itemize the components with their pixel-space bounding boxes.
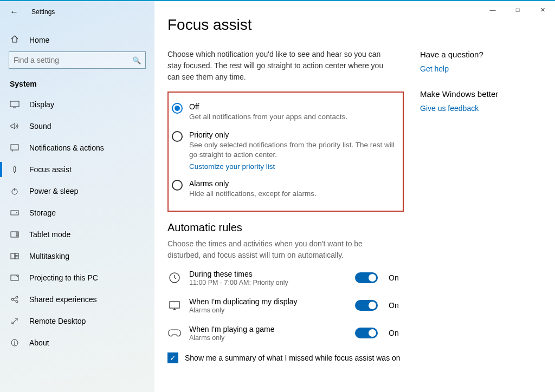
radio-priority-sub: See only selected notifications from the… [189, 140, 396, 160]
category-header: System [0, 75, 154, 94]
svg-point-6 [16, 212, 17, 213]
rule-times-state: On [389, 273, 404, 282]
notifications-icon [10, 143, 20, 152]
rule-duplicating[interactable]: When I'm duplicating my display Alarms o… [167, 292, 404, 319]
sidebar-item-label: Power & sleep [29, 187, 78, 195]
sidebar-item-storage[interactable]: Storage [0, 202, 154, 224]
rules-intro: Choose the times and activities when you… [167, 238, 384, 261]
minimize-button[interactable]: ― [480, 2, 505, 18]
summary-checkbox-row[interactable]: ✓ Show me a summary of what I missed whi… [167, 352, 404, 363]
sidebar-item-focus-assist[interactable]: Focus assist [0, 159, 154, 180]
sidebar-item-label: Projecting to this PC [29, 273, 98, 282]
remote-desktop-icon [10, 317, 20, 325]
radio-alarms-sub: Hide all notifications, except for alarm… [189, 189, 317, 199]
rule-sub: Alarms only [189, 306, 347, 314]
display-icon [10, 100, 20, 109]
about-icon [10, 338, 20, 347]
svg-rect-8 [16, 233, 18, 236]
multitasking-icon [10, 252, 20, 260]
rule-title: During these times [189, 270, 347, 278]
main: ― □ ✕ Focus assist Choose which notifica… [154, 1, 555, 392]
projecting-icon [10, 273, 20, 282]
home-label: Home [29, 36, 49, 44]
sidebar-item-label: Tablet mode [29, 230, 70, 239]
radio-button-icon [172, 103, 183, 114]
rule-title: When I'm playing a game [189, 325, 347, 334]
feedback-link[interactable]: Give us feedback [420, 104, 523, 113]
sidebar-item-shared-experiences[interactable]: Shared experiences [0, 289, 154, 310]
radio-alarms-title: Alarms only [189, 179, 317, 188]
rule-game[interactable]: When I'm playing a game Alarms only On [167, 319, 404, 347]
rule-sub: Alarms only [189, 334, 347, 342]
power-icon [10, 187, 20, 195]
sidebar-item-label: Notifications & actions [29, 143, 104, 152]
svg-line-16 [14, 298, 16, 299]
page-title: Focus assist [167, 16, 404, 34]
svg-rect-0 [10, 101, 19, 107]
rule-game-state: On [389, 329, 404, 337]
sidebar-item-about[interactable]: About [0, 332, 154, 354]
radio-button-icon [172, 180, 183, 191]
storage-icon [10, 208, 20, 217]
radio-off-title: Off [189, 102, 347, 111]
rule-game-toggle[interactable] [355, 328, 378, 338]
maximize-button[interactable]: □ [505, 2, 530, 18]
sidebar-item-remote-desktop[interactable]: Remote Desktop [0, 310, 154, 332]
radio-off[interactable]: Off Get all notifications from your apps… [172, 99, 396, 127]
rule-times-toggle[interactable] [355, 272, 378, 283]
customize-priority-link[interactable]: Customize your priority list [189, 162, 275, 171]
rule-duplicating-toggle[interactable] [355, 300, 378, 311]
sidebar-item-notifications[interactable]: Notifications & actions [0, 137, 154, 159]
app-title: Settings [31, 8, 55, 16]
radio-button-icon [172, 131, 183, 142]
window-controls: ― □ ✕ [480, 1, 555, 18]
sidebar-home[interactable]: Home [0, 28, 154, 51]
rule-title: When I'm duplicating my display [189, 297, 347, 306]
svg-rect-9 [11, 253, 15, 259]
summary-checkbox-label: Show me a summary of what I missed while… [185, 354, 401, 362]
search-input[interactable] [14, 56, 132, 64]
svg-point-13 [11, 298, 14, 300]
sidebar-item-sound[interactable]: Sound [0, 115, 154, 137]
radio-off-sub: Get all notifications from your apps and… [189, 112, 347, 122]
radio-alarms[interactable]: Alarms only Hide all notifications, exce… [172, 176, 396, 204]
close-button[interactable]: ✕ [530, 2, 555, 18]
tablet-icon [10, 230, 20, 239]
page-intro: Choose which notification you'd like to … [167, 49, 384, 83]
svg-point-21 [14, 341, 15, 342]
svg-line-18 [12, 318, 17, 324]
game-icon [167, 326, 182, 340]
sidebar-item-label: Sound [29, 122, 51, 130]
sound-icon [10, 122, 20, 130]
sidebar-item-display[interactable]: Display [0, 94, 154, 115]
rule-times[interactable]: During these times 11:00 PM - 7:00 AM; P… [167, 264, 404, 292]
svg-rect-11 [15, 256, 18, 259]
svg-line-17 [14, 300, 16, 301]
sidebar-item-label: Shared experiences [29, 295, 97, 304]
sidebar-item-projecting[interactable]: Projecting to this PC [0, 267, 154, 289]
aside: Have a question? Get help Make Windows b… [415, 1, 534, 392]
sidebar-item-power-sleep[interactable]: Power & sleep [0, 180, 154, 202]
radio-priority-title: Priority only [189, 130, 396, 139]
shared-icon [10, 295, 20, 304]
svg-point-15 [16, 300, 18, 303]
sidebar-item-label: Display [29, 100, 54, 109]
search-box[interactable]: 🔍 [9, 51, 146, 69]
home-icon [10, 35, 20, 45]
titlebar-left: ← Settings [0, 1, 154, 23]
rule-duplicating-state: On [389, 301, 404, 310]
radio-group-highlight: Off Get all notifications from your apps… [167, 92, 404, 212]
sidebar: ← Settings Home 🔍 System Display Sound [0, 1, 154, 392]
sidebar-item-label: Remote Desktop [29, 317, 86, 325]
sidebar-item-label: About [29, 338, 49, 347]
sidebar-item-label: Multitasking [29, 252, 69, 260]
radio-priority[interactable]: Priority only See only selected notifica… [172, 127, 396, 175]
svg-rect-23 [170, 302, 179, 308]
back-button[interactable]: ← [10, 7, 18, 17]
get-help-link[interactable]: Get help [420, 64, 523, 73]
sidebar-item-label: Storage [29, 208, 56, 217]
focus-assist-icon [10, 165, 20, 174]
sidebar-item-tablet-mode[interactable]: Tablet mode [0, 224, 154, 245]
checkbox-icon: ✓ [167, 352, 178, 363]
sidebar-item-multitasking[interactable]: Multitasking [0, 245, 154, 267]
